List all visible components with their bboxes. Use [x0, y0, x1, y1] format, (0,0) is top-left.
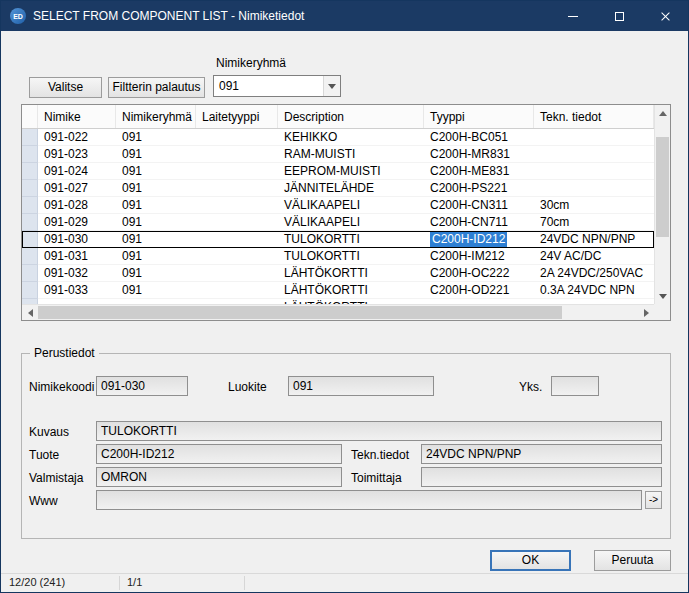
combobox-dropdown-button[interactable] — [323, 76, 340, 96]
toimittaja-field[interactable] — [421, 467, 662, 487]
vertical-scrollbar-thumb[interactable] — [656, 137, 669, 237]
kuvaus-field[interactable] — [96, 421, 662, 441]
ok-button[interactable]: OK — [490, 550, 571, 571]
cell-nimikeryhma: 091 — [116, 163, 196, 180]
cell-description: RAM-MUISTI — [278, 146, 424, 163]
cell-description: LÄHTÖKORTTI — [278, 282, 424, 299]
maximize-button[interactable] — [596, 1, 642, 31]
luokite-field[interactable] — [288, 376, 434, 396]
filter-reset-button[interactable]: Filtterin palautus — [108, 77, 205, 98]
www-field[interactable] — [96, 490, 642, 510]
tuote-field[interactable] — [96, 444, 342, 464]
valmistaja-label: Valmistaja — [29, 471, 83, 485]
scroll-left-button[interactable] — [22, 305, 38, 321]
header-tyyppi[interactable]: Tyyppi — [424, 105, 534, 128]
cell-nimikeryhma: 091 — [116, 265, 196, 282]
cell-nimikeryhma: 091 — [116, 214, 196, 231]
tuote-label: Tuote — [29, 448, 59, 462]
cell-tyyppi: C200H-ID212 — [424, 231, 534, 248]
table-row[interactable]: 091-024 091 EEPROM-MUISTI C200H-ME831 — [22, 163, 654, 180]
minimize-button[interactable] — [550, 1, 596, 31]
cell-nimikeryhma: 091 — [116, 197, 196, 214]
cell-nimike: 091-033 — [38, 282, 116, 299]
titlebar: ED SELECT FROM COMPONENT LIST - Nimiketi… — [1, 1, 688, 31]
window-controls — [550, 1, 688, 31]
row-selector-cell[interactable] — [22, 282, 38, 299]
header-nimike[interactable]: Nimike — [38, 105, 116, 128]
cell-tekn-tiedot — [534, 146, 654, 163]
table-row[interactable]: 091-022 091 KEHIKKO C200H-BC051 — [22, 129, 654, 146]
yks-label: Yks. — [519, 380, 542, 394]
cell-tyyppi: C200H-PS221 — [424, 180, 534, 197]
cell-tyyppi: C200H-CN311 — [424, 197, 534, 214]
www-go-button[interactable]: -> — [645, 491, 662, 509]
cell-nimike: 091-022 — [38, 129, 116, 146]
table-row[interactable]: 091-029 091 VÄLIKAAPELI C200H-CN711 70cm — [22, 214, 654, 231]
status-separator — [244, 576, 245, 590]
select-button[interactable]: Valitse — [29, 77, 102, 98]
cell-laitetyyppi — [196, 214, 278, 231]
horizontal-scrollbar[interactable] — [22, 304, 654, 320]
cell-tekn-tiedot — [534, 180, 654, 197]
minimize-icon — [568, 16, 578, 17]
row-selector-cell[interactable] — [22, 129, 38, 146]
scroll-down-icon — [659, 294, 667, 299]
cell-tekn-tiedot: 30cm — [534, 197, 654, 214]
www-label: Www — [29, 494, 58, 508]
row-selector-cell[interactable] — [22, 163, 38, 180]
row-selector-cell[interactable] — [22, 265, 38, 282]
chevron-down-icon — [328, 84, 336, 89]
horizontal-scrollbar-thumb[interactable] — [38, 306, 562, 319]
cell-tekn-tiedot — [534, 129, 654, 146]
row-selector-cell[interactable] — [22, 180, 38, 197]
vertical-scrollbar[interactable] — [654, 105, 670, 304]
cell-laitetyyppi — [196, 163, 278, 180]
scroll-right-button[interactable] — [638, 305, 654, 321]
row-selector-cell[interactable] — [22, 231, 38, 248]
table-row[interactable]: 091-023 091 RAM-MUISTI C200H-MR831 — [22, 146, 654, 163]
cell-description: VÄLIKAAPELI — [278, 197, 424, 214]
table-row[interactable]: 091-033 091 LÄHTÖKORTTI C200H-OD221 0.3A… — [22, 282, 654, 299]
nimikekoodi-field[interactable] — [96, 376, 188, 396]
table-row[interactable]: 091-027 091 JÄNNITELÄHDE C200H-PS221 — [22, 180, 654, 197]
table-row-selected[interactable]: 091-030 091 TULOKORTTI C200H-ID212 24VDC… — [22, 231, 654, 248]
cancel-button[interactable]: Peruuta — [594, 550, 671, 571]
cell-nimikeryhma: 091 — [116, 180, 196, 197]
row-selector-cell[interactable] — [22, 214, 38, 231]
row-selector-cell[interactable] — [22, 146, 38, 163]
row-selector-cell[interactable] — [22, 197, 38, 214]
table-row[interactable]: 091-032 091 LÄHTÖKORTTI C200H-OC222 2A 2… — [22, 265, 654, 282]
yks-field[interactable] — [551, 376, 599, 396]
header-description[interactable]: Description — [278, 105, 424, 128]
cell-description: EEPROM-MUISTI — [278, 163, 424, 180]
row-selector-cell[interactable] — [22, 248, 38, 265]
nimikekoodi-label: Nimikekoodi — [29, 380, 94, 394]
component-table: Nimike Nimikeryhmä Laitetyyppi Descripti… — [21, 104, 671, 321]
valmistaja-field[interactable] — [96, 467, 342, 487]
app-icon: ED — [10, 8, 26, 24]
cell-tyyppi: C200H-OD221 — [424, 282, 534, 299]
header-nimikeryhma[interactable]: Nimikeryhmä — [116, 105, 196, 128]
cell-tyyppi: C200H-MR831 — [424, 146, 534, 163]
status-separator — [119, 576, 120, 590]
scroll-up-button[interactable] — [655, 105, 671, 121]
cell-description: TULOKORTTI — [278, 248, 424, 265]
cell-nimikeryhma: 091 — [116, 248, 196, 265]
cell-tekn-tiedot: 24V AC/DC — [534, 248, 654, 265]
close-button[interactable] — [642, 1, 688, 31]
header-tekn-tiedot[interactable]: Tekn. tiedot — [534, 105, 654, 128]
table-row[interactable]: 091-028 091 VÄLIKAAPELI C200H-CN311 30cm — [22, 197, 654, 214]
cell-nimike: 091-028 — [38, 197, 116, 214]
tekn-tiedot-label: Tekn.tiedot — [351, 448, 409, 462]
cell-laitetyyppi — [196, 265, 278, 282]
header-laitetyyppi[interactable]: Laitetyyppi — [196, 105, 278, 128]
cell-tyyppi: C200H-IM212 — [424, 248, 534, 265]
table-row[interactable]: 091-031 091 TULOKORTTI C200H-IM212 24V A… — [22, 248, 654, 265]
tekn-tiedot-field[interactable] — [421, 444, 662, 464]
cell-laitetyyppi — [196, 248, 278, 265]
group-combobox-value: 091 — [214, 79, 323, 93]
details-group-label: Perustiedot — [30, 346, 99, 360]
group-combobox[interactable]: 091 — [213, 75, 341, 97]
scroll-down-button[interactable] — [655, 288, 671, 304]
cell-nimike: 091-032 — [38, 265, 116, 282]
